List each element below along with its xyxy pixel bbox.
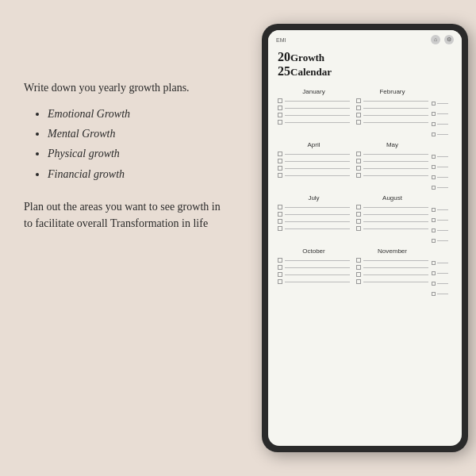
- checkbox[interactable]: [278, 120, 282, 125]
- month-row: [356, 219, 428, 224]
- checkbox[interactable]: [278, 226, 282, 231]
- checkbox[interactable]: [356, 219, 361, 224]
- checkbox-sm[interactable]: [432, 228, 436, 232]
- side-row: [432, 183, 455, 191]
- side-row: [432, 163, 455, 171]
- side-row: [432, 109, 455, 117]
- line: [285, 108, 350, 109]
- checkbox[interactable]: [356, 113, 361, 117]
- checkbox[interactable]: [278, 212, 282, 217]
- line-sm: [437, 263, 448, 263]
- month-row: [356, 152, 428, 156]
- title-word2: Calendar: [290, 66, 332, 78]
- month-row: [278, 279, 350, 284]
- checkbox[interactable]: [356, 106, 361, 110]
- checkbox[interactable]: [356, 152, 361, 156]
- side-col-1: [432, 85, 455, 138]
- checkbox[interactable]: [356, 120, 361, 125]
- checkbox-sm[interactable]: [432, 165, 436, 169]
- line: [285, 154, 350, 155]
- checkbox[interactable]: [278, 152, 282, 156]
- year-num2: 25: [278, 64, 290, 78]
- checkbox[interactable]: [356, 159, 361, 163]
- checkbox[interactable]: [278, 166, 282, 171]
- checkbox[interactable]: [278, 113, 282, 117]
- checkbox-sm[interactable]: [432, 132, 436, 136]
- intro-text: Write down you yearly growth plans.: [24, 79, 230, 96]
- checkbox[interactable]: [356, 212, 361, 217]
- checkbox-sm[interactable]: [432, 239, 436, 243]
- line: [363, 115, 428, 116]
- checkbox-sm[interactable]: [432, 282, 436, 286]
- checkbox-sm[interactable]: [432, 122, 436, 126]
- side-row: [432, 216, 455, 224]
- side-col-4: [432, 244, 455, 298]
- line: [285, 228, 350, 229]
- line-sm: [437, 230, 448, 231]
- checkbox[interactable]: [278, 159, 282, 163]
- checkbox[interactable]: [278, 265, 282, 270]
- line-sm: [437, 273, 448, 274]
- month-row: [356, 159, 428, 163]
- month-row: [278, 173, 350, 178]
- line: [285, 122, 350, 123]
- checkbox-sm[interactable]: [432, 112, 436, 116]
- side-col-3: [432, 191, 455, 244]
- line-sm: [437, 240, 448, 241]
- checkbox-sm[interactable]: [432, 271, 436, 275]
- line: [285, 175, 350, 176]
- checkbox-sm[interactable]: [432, 186, 436, 190]
- checkbox[interactable]: [278, 205, 282, 209]
- checkbox[interactable]: [356, 272, 361, 277]
- side-row: [432, 290, 455, 298]
- line: [285, 214, 350, 215]
- line: [285, 267, 350, 268]
- checkbox[interactable]: [278, 106, 282, 110]
- line: [285, 207, 350, 208]
- checkbox-sm[interactable]: [432, 292, 436, 296]
- checkbox[interactable]: [356, 226, 361, 231]
- months-row-3: July August: [274, 191, 455, 244]
- checkbox[interactable]: [356, 98, 361, 103]
- month-row: [356, 212, 428, 217]
- home-icon[interactable]: ⌂: [431, 35, 440, 44]
- checkbox[interactable]: [278, 279, 282, 284]
- month-row: [356, 272, 428, 277]
- month-row: [278, 205, 350, 209]
- month-row: [278, 265, 350, 270]
- side-row: [432, 130, 455, 138]
- months-row-1: January February: [274, 85, 455, 138]
- month-name-november: November: [356, 248, 428, 255]
- checkbox[interactable]: [356, 205, 361, 209]
- checkbox-sm[interactable]: [432, 218, 436, 222]
- month-april: April: [274, 138, 353, 191]
- month-row: [356, 98, 428, 103]
- checkbox-sm[interactable]: [432, 102, 436, 106]
- checkbox-sm[interactable]: [432, 155, 436, 159]
- month-rows-april: [278, 152, 350, 178]
- checkbox[interactable]: [356, 173, 361, 178]
- line-sm: [437, 209, 448, 210]
- line: [285, 101, 350, 102]
- month-october: October: [274, 244, 353, 298]
- line: [363, 228, 428, 229]
- checkbox-sm[interactable]: [432, 261, 436, 265]
- line: [285, 161, 350, 162]
- tablet-title-line2: 25Calendar: [278, 64, 452, 79]
- month-name-october: October: [278, 248, 350, 255]
- checkbox[interactable]: [278, 173, 282, 178]
- settings-icon[interactable]: ⚙: [444, 35, 454, 44]
- checkbox[interactable]: [278, 219, 282, 224]
- checkbox-sm[interactable]: [432, 208, 436, 212]
- checkbox[interactable]: [356, 265, 361, 270]
- checkbox[interactable]: [356, 279, 361, 284]
- bullet-financial: Financial growth: [48, 164, 230, 184]
- checkbox[interactable]: [278, 258, 282, 263]
- line: [363, 274, 428, 275]
- checkbox[interactable]: [278, 272, 282, 277]
- checkbox[interactable]: [356, 166, 361, 171]
- checkbox[interactable]: [278, 98, 282, 103]
- checkbox-sm[interactable]: [432, 175, 436, 179]
- line: [285, 260, 350, 261]
- checkbox[interactable]: [356, 258, 361, 263]
